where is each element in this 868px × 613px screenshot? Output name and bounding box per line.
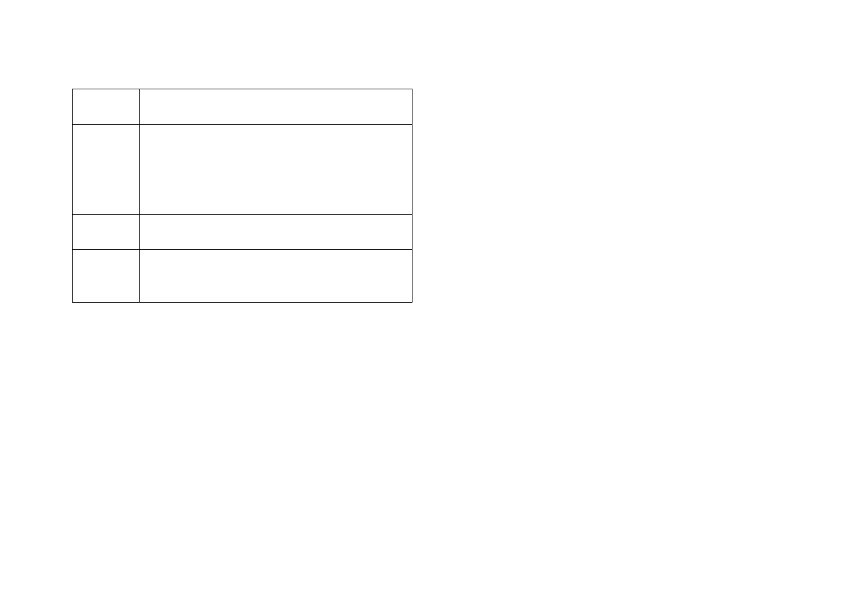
table-cell [73, 125, 140, 215]
data-table [72, 89, 412, 303]
table-container [72, 89, 412, 303]
table-cell [139, 250, 412, 303]
table-row [73, 215, 412, 250]
table-cell [73, 215, 140, 250]
table-cell [139, 125, 412, 215]
table-row [73, 250, 412, 303]
table-row [73, 125, 412, 215]
table-cell [139, 215, 412, 250]
table-row [73, 89, 412, 125]
table-cell [73, 89, 140, 125]
table-cell [73, 250, 140, 303]
table-cell [139, 89, 412, 125]
